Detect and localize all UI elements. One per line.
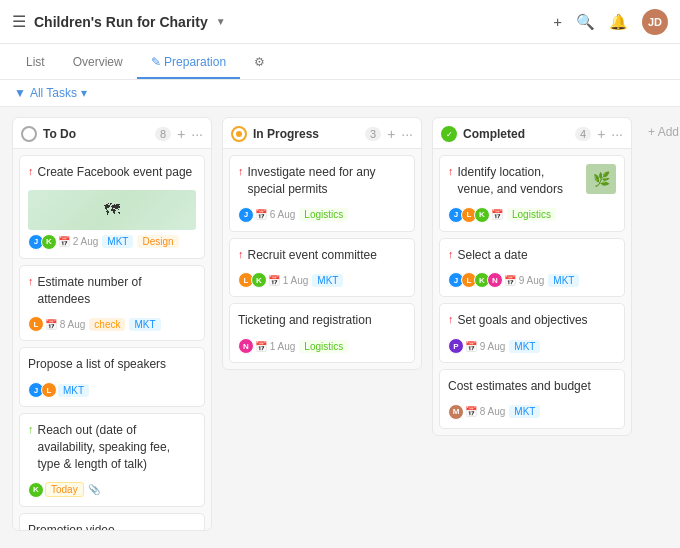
board: To Do 8 + ··· ↑ Create Facebook event pa…	[0, 107, 680, 541]
card-reach-out[interactable]: ↑ Reach out (date of availability, speak…	[19, 413, 205, 506]
col-add-inprogress[interactable]: +	[387, 126, 395, 142]
filter-icon: ▼	[14, 86, 26, 100]
card-cost-estimates[interactable]: Cost estimates and budget M 📅 8 Aug MKT	[439, 369, 625, 429]
column-body-completed: ↑ Identify location, venue, and vendors …	[433, 149, 631, 435]
tab-list[interactable]: List	[12, 47, 59, 79]
avatar-4: N	[487, 272, 503, 288]
card-ticketing[interactable]: Ticketing and registration N 📅 1 Aug Log…	[229, 303, 415, 363]
tag-design: Design	[137, 235, 178, 248]
card-date: 📅 2 Aug	[58, 236, 98, 247]
card-meta: M 📅 8 Aug MKT	[448, 404, 616, 420]
tab-overview[interactable]: Overview	[59, 47, 137, 79]
card-title: Reach out (date of availability, speakin…	[38, 422, 197, 472]
column-completed: ✓ Completed 4 + ··· ↑ Identify location,…	[432, 117, 632, 436]
card-title: Create Facebook event page	[38, 164, 193, 181]
card-propose-speakers[interactable]: Propose a list of speakers JL MKT	[19, 347, 205, 407]
tag-mkt: MKT	[509, 340, 540, 353]
column-body-todo: ↑ Create Facebook event page 🗺 JK 📅 2 Au…	[13, 149, 211, 530]
card-identify-venue[interactable]: ↑ Identify location, venue, and vendors …	[439, 155, 625, 232]
card-meta: K Today 📎	[28, 482, 196, 498]
column-header-inprogress: In Progress 3 + ···	[223, 118, 421, 149]
inprogress-status-icon	[231, 126, 247, 142]
card-date: 📅 1 Aug	[268, 275, 308, 286]
card-title: Investigate need for any special permits	[248, 164, 407, 198]
card-title: Identify location, venue, and vendors	[458, 164, 583, 198]
priority-icon: ↑	[28, 165, 34, 177]
venue-thumbnail: 🌿	[586, 164, 616, 194]
card-set-goals[interactable]: ↑ Set goals and objectives P 📅 9 Aug MKT	[439, 303, 625, 363]
col-more-inprogress[interactable]: ···	[401, 126, 413, 142]
tab-preparation[interactable]: ✎ Preparation	[137, 47, 240, 79]
hamburger-icon[interactable]: ☰	[12, 12, 26, 31]
card-select-date[interactable]: ↑ Select a date J L K N 📅 9 Aug MKT	[439, 238, 625, 298]
tag-mkt: MKT	[312, 274, 343, 287]
add-stage-label: + Add sta...	[648, 125, 680, 139]
search-icon[interactable]: 🔍	[576, 13, 595, 31]
priority-icon: ↑	[448, 165, 454, 177]
filter-button[interactable]: ▼ All Tasks ▾	[14, 86, 87, 100]
card-meta: J 📅 6 Aug Logistics	[238, 207, 406, 223]
card-meta: N 📅 1 Aug Logistics	[238, 338, 406, 354]
card-date: 📅 9 Aug	[465, 341, 505, 352]
chevron-icon[interactable]: ▼	[216, 16, 226, 27]
header-left: ☰ Children's Run for Charity ▼	[12, 12, 553, 31]
tag-mkt: MKT	[58, 384, 89, 397]
priority-icon: ↑	[448, 248, 454, 260]
project-title: Children's Run for Charity	[34, 14, 208, 30]
add-icon[interactable]: +	[553, 13, 562, 30]
todo-status-icon	[21, 126, 37, 142]
header-right: + 🔍 🔔 JD	[553, 9, 668, 35]
priority-icon: ↑	[238, 248, 244, 260]
avatar-2: L	[41, 382, 57, 398]
column-header-todo: To Do 8 + ···	[13, 118, 211, 149]
avatar-1: M	[448, 404, 464, 420]
col-title-todo: To Do	[43, 127, 149, 141]
card-estimate-attendees[interactable]: ↑ Estimate number of attendees L 📅 8 Aug…	[19, 265, 205, 342]
column-body-inprogress: ↑ Investigate need for any special permi…	[223, 149, 421, 369]
card-meta: L 📅 8 Aug check MKT	[28, 316, 196, 332]
col-title-completed: Completed	[463, 127, 569, 141]
card-date: 📅 6 Aug	[255, 209, 295, 220]
filter-label: All Tasks	[30, 86, 77, 100]
toolbar: ▼ All Tasks ▾	[0, 80, 680, 107]
completed-status-icon: ✓	[441, 126, 457, 142]
avatar-1: P	[448, 338, 464, 354]
priority-icon: ↑	[238, 165, 244, 177]
col-more-completed[interactable]: ···	[611, 126, 623, 142]
avatar-3: K	[474, 207, 490, 223]
col-more-todo[interactable]: ···	[191, 126, 203, 142]
map-placeholder: 🗺	[28, 190, 196, 230]
tag-logistics: Logistics	[299, 340, 348, 353]
card-special-permits[interactable]: ↑ Investigate need for any special permi…	[229, 155, 415, 232]
card-promotion-video[interactable]: Promotion video M Design	[19, 513, 205, 530]
tag-mkt: MKT	[548, 274, 579, 287]
tag-check: check	[89, 318, 125, 331]
card-title: Promotion video	[28, 522, 115, 530]
avatar-1: J	[238, 207, 254, 223]
column-inprogress: In Progress 3 + ··· ↑ Investigate need f…	[222, 117, 422, 370]
card-title: Propose a list of speakers	[28, 356, 166, 373]
card-recruit-committee[interactable]: ↑ Recruit event committee LK 📅 1 Aug MKT	[229, 238, 415, 298]
tag-mkt: MKT	[129, 318, 160, 331]
tab-settings[interactable]: ⚙	[240, 47, 279, 79]
col-title-inprogress: In Progress	[253, 127, 359, 141]
nav-tabs: List Overview ✎ Preparation ⚙	[0, 44, 680, 80]
col-add-todo[interactable]: +	[177, 126, 185, 142]
notification-icon[interactable]: 🔔	[609, 13, 628, 31]
priority-icon: ↑	[448, 313, 454, 325]
filter-chevron: ▾	[81, 86, 87, 100]
col-add-completed[interactable]: +	[597, 126, 605, 142]
card-date: 📅	[491, 209, 503, 220]
card-create-facebook[interactable]: ↑ Create Facebook event page 🗺 JK 📅 2 Au…	[19, 155, 205, 259]
tag-mkt: MKT	[102, 235, 133, 248]
col-count-todo: 8	[155, 127, 171, 141]
add-stage-button[interactable]: + Add sta...	[642, 117, 680, 147]
card-title: Estimate number of attendees	[38, 274, 197, 308]
column-header-completed: ✓ Completed 4 + ···	[433, 118, 631, 149]
tag-logistics: Logistics	[507, 208, 556, 221]
card-title: Set goals and objectives	[458, 312, 588, 329]
avatar-1: K	[28, 482, 44, 498]
avatar[interactable]: JD	[642, 9, 668, 35]
card-date: 📅 9 Aug	[504, 275, 544, 286]
card-meta: J L K N 📅 9 Aug MKT	[448, 272, 616, 288]
